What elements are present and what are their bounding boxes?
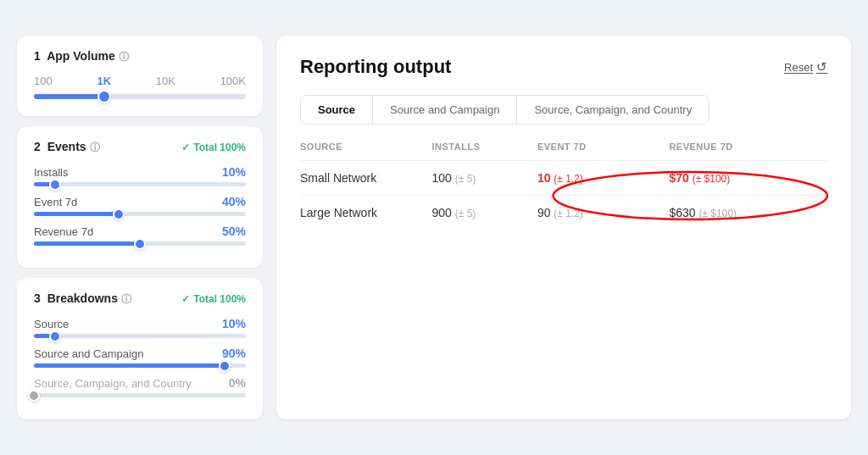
table-row-small-network: Small Network 100 (± 5) 10 (± 1.2) $70 [300,161,827,196]
events-event7d-thumb[interactable] [113,208,125,220]
events-title: 2 Events ⓘ [34,140,100,155]
breakdowns-sourcecountry-row: Source, Campaign, and Country 0% [34,376,246,397]
cell-revenue7d-large: $630 (± $100) [669,196,827,230]
events-revenue7d-label: Revenue 7d [34,225,93,238]
volume-slider-track[interactable] [34,94,246,99]
th-installs: INSTALLS [432,141,537,161]
breakdowns-source-row: Source 10% [34,317,246,338]
main-container: 1 App Volume ⓘ 100 1K 10K 100K 2 Events [17,36,851,419]
breakdowns-source-header: Source 10% [34,317,246,330]
breakdowns-total-text: Total 100% [193,293,246,305]
breakdowns-sourcecampaign-header: Source and Campaign 90% [34,347,246,360]
breakdowns-sourcecampaign-row: Source and Campaign 90% [34,347,246,368]
breakdowns-header: 3 Breakdowns ⓘ ✓ Total 100% [34,291,246,307]
events-check-icon: ✓ [181,141,190,153]
app-volume-card: 1 App Volume ⓘ 100 1K 10K 100K [17,36,263,116]
breakdowns-title-text: Breakdowns [47,291,118,305]
large-event7d-sub: (± 1.2) [554,208,583,219]
events-header: 2 Events ⓘ ✓ Total 100% [34,140,246,155]
breakdowns-section-num: 3 [34,291,41,305]
breakdowns-sourcecountry-header: Source, Campaign, and Country 0% [34,376,246,390]
reset-icon: ↺ [816,59,827,75]
left-panel: 1 App Volume ⓘ 100 1K 10K 100K 2 Events [17,36,263,419]
small-installs-sub: (± 5) [455,173,476,185]
breakdowns-info-icon[interactable]: ⓘ [121,293,131,305]
volume-title-text: App Volume [47,49,115,63]
events-revenue7d-value: 50% [222,225,246,238]
large-installs-main: 900 [432,206,455,219]
events-info-icon[interactable]: ⓘ [90,141,100,153]
th-event7d: EVENT 7D [537,141,670,161]
events-event7d-label: Event 7d [34,196,77,208]
breakdowns-check-icon: ✓ [181,293,190,305]
events-revenue7d-slider[interactable] [34,241,246,246]
cell-event7d-large: 90 (± 1.2) [537,196,670,230]
volume-section-num: 1 [34,49,41,63]
breakdowns-source-slider[interactable] [34,334,246,338]
events-event7d-row: Event 7d 40% [34,195,246,216]
small-event7d-sub: (± 1.2) [554,173,583,185]
small-revenue7d-main: $70 [669,171,692,185]
volume-info-icon[interactable]: ⓘ [119,51,129,63]
small-revenue7d-sub: (± $100) [693,173,731,185]
cell-source-small: Small Network [300,161,432,196]
small-event7d-main: 10 [537,171,554,185]
events-revenue7d-thumb[interactable] [134,238,146,250]
breakdowns-title: 3 Breakdowns ⓘ [34,291,131,307]
report-table: SOURCE INSTALLS EVENT 7D REVENUE 7D Smal… [300,141,827,230]
report-header: Reporting output Reset ↺ [300,56,827,78]
vol-label-10k: 10K [156,75,175,87]
report-tabs: Source Source and Campaign Source, Campa… [300,95,709,125]
volume-slider-fill [34,94,104,99]
events-event7d-value: 40% [222,195,246,208]
reset-button[interactable]: Reset ↺ [784,59,827,75]
tab-source-campaign-country[interactable]: Source, Campaign, and Country [517,96,709,124]
report-title: Reporting output [300,56,451,78]
breakdowns-sourcecountry-thumb[interactable] [28,390,40,402]
reset-label[interactable]: Reset [784,61,813,74]
tab-source-campaign[interactable]: Source and Campaign [373,96,517,124]
breakdowns-sourcecampaign-fill [34,363,225,368]
app-volume-title: 1 App Volume ⓘ [34,49,246,64]
breakdowns-sourcecampaign-label: Source and Campaign [34,347,143,360]
large-revenue7d-main: $630 [669,206,698,219]
events-installs-slider[interactable] [34,182,246,186]
small-installs-main: 100 [432,171,455,185]
events-event7d-header: Event 7d 40% [34,195,246,208]
events-revenue7d-header: Revenue 7d 50% [34,225,246,238]
events-total-badge: ✓ Total 100% [181,141,246,153]
breakdowns-card: 3 Breakdowns ⓘ ✓ Total 100% Source 10% [17,278,263,419]
th-revenue7d: REVENUE 7D [669,141,827,161]
breakdowns-sourcecampaign-slider[interactable] [34,363,246,368]
events-revenue7d-fill [34,241,140,246]
cell-installs-small: 100 (± 5) [432,161,537,196]
breakdowns-source-value: 10% [222,317,246,330]
vol-label-100: 100 [34,75,53,87]
vol-label-1k: 1K [97,75,111,87]
large-installs-sub: (± 5) [455,208,476,219]
cell-event7d-small: 10 (± 1.2) [537,161,670,196]
events-installs-row: Installs 10% [34,165,246,186]
breakdowns-sourcecampaign-thumb[interactable] [219,360,231,372]
large-revenue7d-sub: (± $100) [698,208,737,219]
events-installs-label: Installs [34,166,68,179]
events-title-text: Events [47,140,86,153]
events-installs-thumb[interactable] [49,179,61,191]
th-source: SOURCE [300,141,432,161]
events-event7d-slider[interactable] [34,212,246,216]
cell-source-large: Large Network [300,196,432,230]
breakdowns-source-label: Source [34,318,69,330]
vol-label-100k: 100K [220,75,246,87]
events-installs-header: Installs 10% [34,165,246,179]
breakdowns-sourcecampaign-value: 90% [222,347,246,360]
events-revenue7d-row: Revenue 7d 50% [34,225,246,246]
breakdowns-source-thumb[interactable] [49,330,61,342]
events-event7d-fill [34,212,119,216]
breakdowns-sourcecountry-value: 0% [229,376,246,390]
report-table-wrapper: SOURCE INSTALLS EVENT 7D REVENUE 7D Smal… [300,141,827,230]
breakdowns-sourcecountry-slider[interactable] [34,393,246,397]
volume-slider-thumb[interactable] [97,90,111,103]
table-row-large-network: Large Network 900 (± 5) 90 (± 1.2) $630 [300,196,827,230]
breakdowns-sourcecountry-label: Source, Campaign, and Country [34,377,192,390]
tab-source[interactable]: Source [301,96,373,124]
